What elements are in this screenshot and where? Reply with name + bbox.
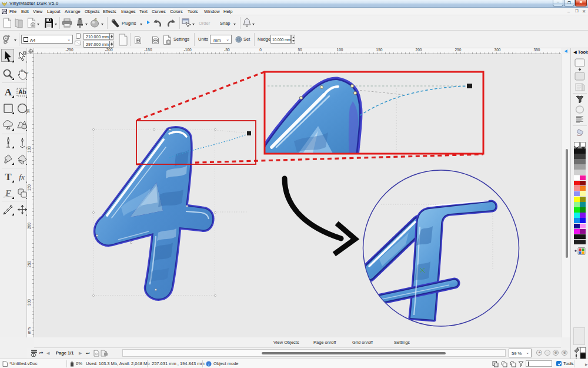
svg-text:A: A [5,87,12,98]
svg-text:T: T [5,171,12,183]
svg-text:fx: fx [19,173,25,181]
svg-text:i: i [208,362,209,367]
svg-text:Ab: Ab [18,89,26,95]
